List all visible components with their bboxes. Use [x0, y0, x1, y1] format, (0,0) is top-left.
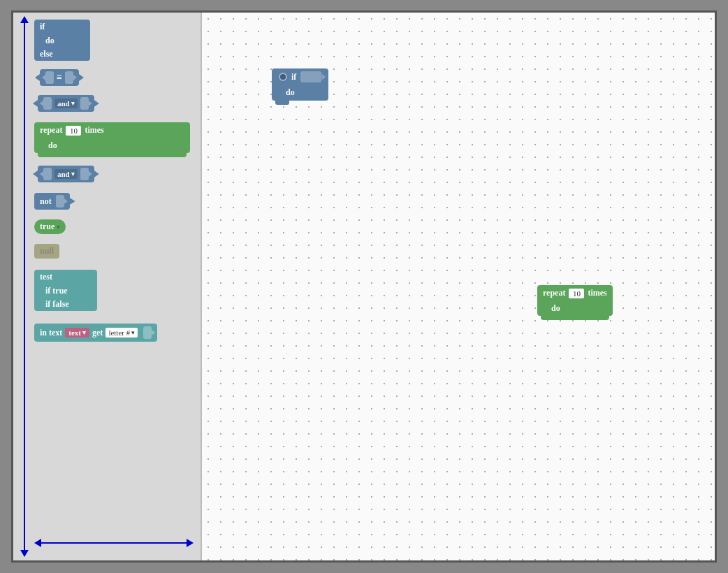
- equals-inner: ≡: [40, 69, 79, 86]
- v-arrow-line: [24, 23, 25, 550]
- if-label: if: [34, 20, 90, 34]
- canvas-do-label: do: [286, 87, 295, 97]
- repeat-inner: repeat 10 times do: [34, 122, 190, 153]
- canvas-if-block[interactable]: if do: [272, 68, 328, 101]
- test-inner: test if true if false: [34, 270, 97, 311]
- repeat-do: do: [34, 138, 190, 153]
- sidebar-not-block[interactable]: not: [34, 193, 190, 210]
- and-dropdown-1[interactable]: and: [54, 99, 78, 108]
- sidebar-null-block[interactable]: null: [34, 244, 190, 259]
- if-false-label: if false: [34, 298, 97, 311]
- gear-icon: [279, 73, 287, 81]
- vertical-arrow: [19, 16, 30, 557]
- if-true-label: if true: [34, 284, 97, 298]
- sidebar-test-block[interactable]: test if true if false: [34, 270, 190, 311]
- sidebar-equals-block[interactable]: ≡: [40, 69, 190, 87]
- canvas-if-label: if: [291, 72, 296, 82]
- v-arrow-bottom: [20, 550, 29, 557]
- sidebar-in-text-block[interactable]: in text text get letter #: [34, 324, 190, 342]
- sidebar: if do else ≡ and: [13, 13, 202, 560]
- else-label: else: [34, 48, 90, 61]
- and2-inner: and: [38, 166, 94, 182]
- h-arrow-right: [187, 539, 194, 547]
- canvas-repeat-top: repeat 10 times: [537, 285, 613, 301]
- h-arrow-line: [41, 542, 187, 544]
- sidebar-if-do-else-block[interactable]: if do else: [34, 20, 90, 61]
- and1-inner: and: [38, 95, 94, 112]
- sidebar-and2-block[interactable]: and: [38, 166, 190, 183]
- horizontal-arrow: [34, 538, 194, 548]
- v-arrow-top: [20, 16, 29, 23]
- null-inner: null: [34, 244, 59, 259]
- h-arrow-left: [34, 539, 41, 547]
- sidebar-repeat-block[interactable]: repeat 10 times do: [34, 122, 190, 153]
- test-label: test: [34, 270, 97, 284]
- true-inner: true: [34, 219, 66, 234]
- repeat-top: repeat 10 times: [34, 122, 190, 138]
- text-dropdown[interactable]: text: [65, 328, 89, 338]
- not-inner: not: [34, 193, 70, 210]
- and-dropdown-2[interactable]: and: [54, 169, 78, 179]
- canvas-repeat-do: do: [537, 301, 613, 316]
- main-container: if do else ≡ and: [11, 10, 717, 563]
- canvas-repeat-block[interactable]: repeat 10 times do: [537, 285, 613, 316]
- canvas-repeat-value[interactable]: 10: [569, 289, 584, 298]
- canvas-area[interactable]: if do repeat 10 times: [202, 13, 715, 560]
- repeat-value[interactable]: 10: [66, 126, 81, 136]
- canvas-repeat-inner: repeat 10 times do: [537, 285, 613, 316]
- sidebar-and1-block[interactable]: and: [38, 95, 190, 113]
- in-text-inner: in text text get letter #: [34, 324, 157, 342]
- do-label: do: [34, 34, 90, 48]
- letter-dropdown[interactable]: letter #: [105, 328, 138, 338]
- sidebar-true-block[interactable]: true: [34, 219, 190, 234]
